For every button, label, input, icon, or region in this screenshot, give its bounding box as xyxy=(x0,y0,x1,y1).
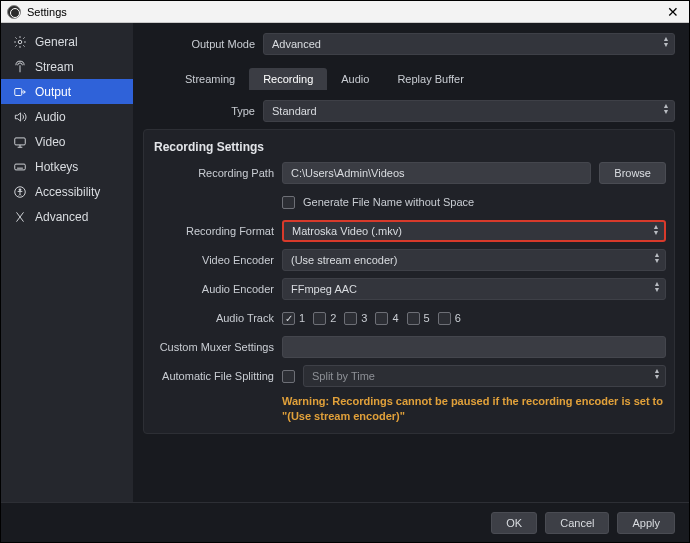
track-5-checkbox[interactable] xyxy=(407,312,420,325)
audio-track-label: Audio Track xyxy=(152,312,282,324)
gear-icon xyxy=(13,35,27,49)
tab-audio[interactable]: Audio xyxy=(327,68,383,90)
track-1-label: 1 xyxy=(299,312,305,324)
track-4-checkbox[interactable] xyxy=(375,312,388,325)
sidebar-item-stream[interactable]: Stream xyxy=(1,54,133,79)
svg-point-0 xyxy=(18,40,22,44)
tools-icon xyxy=(13,210,27,224)
sidebar-item-general[interactable]: General xyxy=(1,29,133,54)
recording-settings-pane: Recording Settings Recording Path C:\Use… xyxy=(143,129,675,434)
auto-split-label: Automatic File Splitting xyxy=(152,370,282,382)
svg-point-5 xyxy=(19,188,21,190)
tab-recording[interactable]: Recording xyxy=(249,68,327,90)
sidebar-item-label: Output xyxy=(35,85,71,99)
keyboard-icon xyxy=(13,160,27,174)
sidebar-item-label: General xyxy=(35,35,78,49)
window-title: Settings xyxy=(27,6,67,18)
ok-button[interactable]: OK xyxy=(491,512,537,534)
antenna-icon xyxy=(13,60,27,74)
sidebar-item-audio[interactable]: Audio xyxy=(1,104,133,129)
output-tabs: Streaming Recording Audio Replay Buffer xyxy=(171,68,675,90)
track-5-label: 5 xyxy=(424,312,430,324)
nospace-checkbox[interactable] xyxy=(282,196,295,209)
video-encoder-label: Video Encoder xyxy=(152,254,282,266)
svg-rect-1 xyxy=(15,88,22,95)
type-value: Standard xyxy=(272,105,317,117)
sidebar-item-label: Accessibility xyxy=(35,185,100,199)
custom-muxer-label: Custom Muxer Settings xyxy=(152,341,282,353)
section-title: Recording Settings xyxy=(154,140,666,154)
split-mode-select: Split by Time ▲▼ xyxy=(303,365,666,387)
accessibility-icon xyxy=(13,185,27,199)
track-6-label: 6 xyxy=(455,312,461,324)
sidebar-item-video[interactable]: Video xyxy=(1,129,133,154)
auto-split-checkbox[interactable] xyxy=(282,370,295,383)
app-icon xyxy=(7,5,21,19)
sidebar-item-hotkeys[interactable]: Hotkeys xyxy=(1,154,133,179)
video-encoder-value: (Use stream encoder) xyxy=(291,254,397,266)
sidebar-item-label: Advanced xyxy=(35,210,88,224)
recording-format-label: Recording Format xyxy=(152,225,282,237)
track-3-checkbox[interactable] xyxy=(344,312,357,325)
titlebar: Settings ✕ xyxy=(1,1,689,23)
dialog-footer: OK Cancel Apply xyxy=(1,502,689,542)
recording-path-input[interactable]: C:\Users\Admin\Videos xyxy=(282,162,591,184)
tab-replay-buffer[interactable]: Replay Buffer xyxy=(383,68,477,90)
content-pane: Output Mode Advanced ▲▼ Streaming Record… xyxy=(133,23,689,502)
sidebar-item-advanced[interactable]: Advanced xyxy=(1,204,133,229)
sidebar-item-label: Audio xyxy=(35,110,66,124)
sidebar-item-label: Video xyxy=(35,135,65,149)
cancel-button[interactable]: Cancel xyxy=(545,512,609,534)
track-2-label: 2 xyxy=(330,312,336,324)
speaker-icon xyxy=(13,110,27,124)
output-icon xyxy=(13,85,27,99)
recording-format-value: Matroska Video (.mkv) xyxy=(292,225,402,237)
track-2-checkbox[interactable] xyxy=(313,312,326,325)
tab-streaming[interactable]: Streaming xyxy=(171,68,249,90)
sidebar-item-output[interactable]: Output xyxy=(1,79,133,104)
close-icon[interactable]: ✕ xyxy=(663,4,683,20)
recording-format-select[interactable]: Matroska Video (.mkv) ▲▼ xyxy=(282,220,666,242)
audio-encoder-select[interactable]: FFmpeg AAC ▲▼ xyxy=(282,278,666,300)
recording-path-label: Recording Path xyxy=(152,167,282,179)
output-mode-label: Output Mode xyxy=(143,38,263,50)
audio-encoder-value: FFmpeg AAC xyxy=(291,283,357,295)
encoder-warning: Warning: Recordings cannot be paused if … xyxy=(282,394,666,425)
monitor-icon xyxy=(13,135,27,149)
svg-rect-2 xyxy=(15,137,26,144)
split-mode-value: Split by Time xyxy=(312,370,375,382)
track-1-checkbox[interactable] xyxy=(282,312,295,325)
sidebar-item-label: Hotkeys xyxy=(35,160,78,174)
sidebar: General Stream Output Audio Video Hotkey… xyxy=(1,23,133,502)
type-label: Type xyxy=(143,105,263,117)
nospace-label: Generate File Name without Space xyxy=(303,196,474,208)
output-mode-select[interactable]: Advanced ▲▼ xyxy=(263,33,675,55)
track-3-label: 3 xyxy=(361,312,367,324)
recording-path-value: C:\Users\Admin\Videos xyxy=(291,167,405,179)
apply-button[interactable]: Apply xyxy=(617,512,675,534)
browse-button[interactable]: Browse xyxy=(599,162,666,184)
type-select[interactable]: Standard ▲▼ xyxy=(263,100,675,122)
track-6-checkbox[interactable] xyxy=(438,312,451,325)
svg-rect-3 xyxy=(15,164,26,170)
video-encoder-select[interactable]: (Use stream encoder) ▲▼ xyxy=(282,249,666,271)
sidebar-item-label: Stream xyxy=(35,60,74,74)
output-mode-value: Advanced xyxy=(272,38,321,50)
audio-encoder-label: Audio Encoder xyxy=(152,283,282,295)
custom-muxer-input[interactable] xyxy=(282,336,666,358)
sidebar-item-accessibility[interactable]: Accessibility xyxy=(1,179,133,204)
track-4-label: 4 xyxy=(392,312,398,324)
